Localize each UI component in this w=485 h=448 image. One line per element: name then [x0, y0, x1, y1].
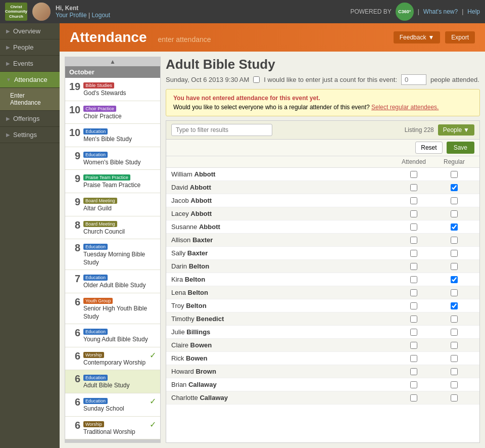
attended-checkbox[interactable] — [410, 368, 417, 375]
sidebar: ▶ Overview ▶ People ▶ Events ▼ Attendanc… — [0, 23, 60, 448]
logout-link[interactable]: Logout — [91, 12, 110, 19]
regular-checkbox[interactable] — [451, 316, 458, 323]
attended-checkbox[interactable] — [410, 329, 417, 336]
list-item[interactable]: 6 Worship Traditional Worship ✓ — [65, 417, 160, 440]
attended-checkbox[interactable] — [410, 237, 417, 244]
list-item[interactable]: 9 Education Women's Bible Study — [65, 147, 160, 170]
regular-checkbox[interactable] — [451, 302, 458, 309]
attended-checkbox[interactable] — [410, 355, 417, 362]
sidebar-item-people[interactable]: ▶ People — [0, 39, 60, 56]
scroll-down-button[interactable]: ▼ — [65, 439, 160, 443]
list-item[interactable]: 6 Education Young Adult Bible Study — [65, 324, 160, 347]
attended-checkbox[interactable] — [410, 263, 417, 270]
regular-checkbox[interactable] — [451, 276, 458, 283]
column-headers: Attended Regular — [166, 156, 479, 168]
list-item[interactable]: 6 Education Adult Bible Study — [65, 370, 160, 393]
table-actions: Listing 228 People ▼ — [405, 124, 474, 136]
regular-checkbox[interactable] — [451, 381, 458, 388]
arrow-icon: ▶ — [6, 28, 10, 34]
regular-checkbox[interactable] — [451, 250, 458, 257]
attended-checkbox[interactable] — [410, 184, 417, 191]
regular-checkbox[interactable] — [451, 210, 458, 217]
people-button[interactable]: People ▼ — [438, 124, 474, 136]
list-item[interactable]: 7 Education Older Adult Bible Study — [65, 270, 160, 293]
list-item[interactable]: 8 Education Tuesday Morning Bible Study — [65, 239, 160, 270]
scroll-up-button[interactable]: ▲ — [65, 57, 160, 66]
table-row: William Abbott — [166, 168, 479, 181]
attended-checkbox[interactable] — [410, 171, 417, 178]
export-button[interactable]: Export — [445, 31, 475, 43]
table-row: Jacob Abbott — [166, 194, 479, 207]
attended-checkbox[interactable] — [410, 250, 417, 257]
profile-link[interactable]: Your Profile — [56, 12, 87, 19]
list-item[interactable]: 19 Bible Studies God's Stewards — [65, 78, 160, 101]
regular-checkbox[interactable] — [451, 197, 458, 204]
attended-checkbox[interactable] — [410, 316, 417, 323]
list-item[interactable]: 6 Youth Group Senior High Youth Bible St… — [65, 293, 160, 324]
page-header: Attendance enter attendance Feedback ▼ E… — [60, 23, 485, 52]
attendance-panel: Adult Bible Study Sunday, Oct 6 2013 9:3… — [166, 57, 480, 443]
list-item[interactable]: 6 Worship Contemporary Worship ✓ — [65, 347, 160, 371]
table-toolbar: Listing 228 People ▼ — [166, 121, 479, 140]
sidebar-item-attendance[interactable]: ▼ Attendance — [0, 72, 60, 88]
select-regular-link[interactable]: Select regular attendees. — [371, 104, 439, 111]
filter-input[interactable] — [171, 124, 272, 136]
warning-body: Would you like to select everyone who is… — [173, 104, 472, 111]
reset-button[interactable]: Reset — [415, 142, 442, 154]
regular-checkbox[interactable] — [451, 171, 458, 178]
whats-new-link[interactable]: What's new? — [423, 8, 458, 15]
dropdown-icon: ▼ — [428, 34, 434, 41]
regular-checkbox[interactable] — [451, 263, 458, 270]
count-input[interactable] — [401, 74, 426, 85]
page-title: Attendance — [70, 29, 147, 46]
attended-checkbox[interactable] — [410, 197, 417, 204]
list-item[interactable]: 6 Education Sunday School ✓ — [65, 393, 160, 417]
list-item[interactable]: 8 Board Meeting Church Council — [65, 216, 160, 240]
sidebar-item-events[interactable]: ▶ Events — [0, 56, 60, 72]
sidebar-item-settings[interactable]: ▶ Settings — [0, 127, 60, 143]
regular-checkbox[interactable] — [451, 368, 458, 375]
col-header-regular: Regular — [434, 158, 474, 165]
table-row: David Abbott — [166, 181, 479, 194]
attended-checkbox[interactable] — [410, 276, 417, 283]
greeting: Hi, Kent Your Profile | Logout — [56, 5, 110, 19]
attended-checkbox[interactable] — [410, 342, 417, 349]
regular-checkbox[interactable] — [451, 355, 458, 362]
regular-checkbox[interactable] — [451, 223, 458, 231]
list-item[interactable]: 9 Praise Team Practice Praise Team Pract… — [65, 170, 160, 193]
attendance-title: Adult Bible Study — [166, 57, 480, 72]
table-row: Kira Belton — [166, 273, 479, 286]
list-item[interactable]: 10 Choir Practice Choir Practice — [65, 101, 160, 124]
list-item[interactable]: 10 Education Men's Bible Study — [65, 124, 160, 147]
content-body: ▲ October 19 Bible Studies God's Steward… — [60, 52, 485, 448]
page-subtitle: enter attendance — [158, 35, 211, 43]
attended-checkbox[interactable] — [410, 289, 417, 296]
regular-checkbox[interactable] — [451, 237, 458, 244]
table-row: Claire Bowen — [166, 339, 479, 352]
attended-checkbox[interactable] — [410, 302, 417, 309]
help-link[interactable]: Help — [467, 8, 480, 15]
app-logo: ChristCommunityChurch — [5, 3, 27, 21]
count-checkbox[interactable] — [253, 76, 260, 83]
attended-checkbox[interactable] — [410, 210, 417, 217]
sidebar-item-offerings[interactable]: ▶ Offerings — [0, 111, 60, 127]
regular-checkbox[interactable] — [451, 342, 458, 349]
feedback-button[interactable]: Feedback ▼ — [394, 31, 441, 43]
table-row: Allison Baxter — [166, 234, 479, 247]
regular-checkbox[interactable] — [451, 394, 458, 401]
regular-checkbox[interactable] — [451, 184, 458, 191]
table-row: Lacey Abbott — [166, 207, 479, 220]
attended-checkbox[interactable] — [410, 381, 417, 388]
sidebar-item-overview[interactable]: ▶ Overview — [0, 23, 60, 39]
save-button[interactable]: Save — [447, 142, 474, 154]
regular-checkbox[interactable] — [451, 329, 458, 336]
header-actions: Feedback ▼ Export — [394, 31, 475, 43]
list-item[interactable]: 9 Board Meeting Altar Guild — [65, 193, 160, 216]
attended-checkbox[interactable] — [410, 394, 417, 401]
attended-checkbox[interactable] — [410, 223, 417, 231]
attendance-subtitle: Sunday, Oct 6 2013 9:30 AM I would like … — [166, 74, 480, 85]
church360-logo: C360° — [396, 3, 414, 21]
sidebar-item-enter-attendance[interactable]: Enter Attendance — [0, 88, 60, 111]
regular-checkbox[interactable] — [451, 289, 458, 296]
table-row: Julie Billings — [166, 326, 479, 339]
